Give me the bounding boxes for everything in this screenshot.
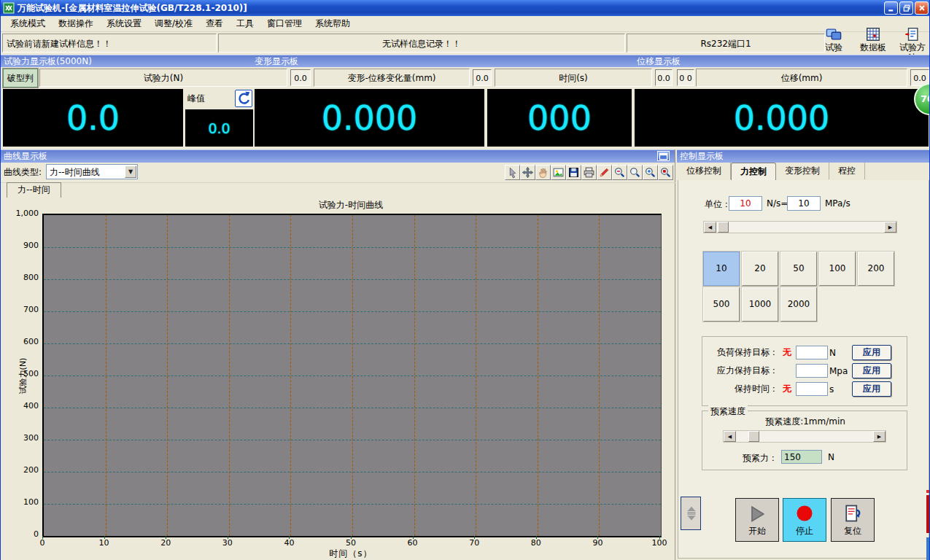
scroll-left-icon[interactable]: ◀ bbox=[724, 431, 736, 442]
zoom-icon[interactable] bbox=[627, 165, 643, 180]
speed-button-2000[interactable]: 2000 bbox=[780, 287, 817, 322]
pointer-icon[interactable] bbox=[505, 165, 520, 180]
hold-flag: 无 bbox=[778, 346, 796, 359]
preload-scrollbar-thumb[interactable] bbox=[748, 431, 759, 442]
edge-widget-red-top bbox=[926, 490, 930, 493]
speed-button-200[interactable]: 200 bbox=[858, 252, 894, 286]
menu-item-2[interactable]: 系统设置 bbox=[100, 16, 148, 31]
rate-mpa-input[interactable] bbox=[787, 196, 821, 211]
speed-button-20[interactable]: 20 bbox=[742, 252, 778, 286]
method-doc-icon bbox=[904, 26, 921, 42]
save-icon[interactable] bbox=[566, 165, 581, 180]
time-extra-value: 0 0 bbox=[677, 69, 694, 86]
pencil-icon[interactable] bbox=[597, 165, 612, 180]
x-axis-title: 时间（s） bbox=[42, 548, 659, 560]
play-button[interactable]: 开始 bbox=[735, 498, 779, 542]
menu-item-6[interactable]: 窗口管理 bbox=[260, 16, 309, 31]
apply-button[interactable]: 应用 bbox=[852, 363, 891, 378]
deform-small-value: 0.0 bbox=[473, 69, 492, 86]
menu-item-4[interactable]: 查看 bbox=[199, 16, 230, 31]
speed-button-50[interactable]: 50 bbox=[780, 252, 817, 286]
speed-button-10[interactable]: 10 bbox=[703, 252, 740, 286]
x-tick-label: 100 bbox=[647, 538, 672, 548]
action-label: 开始 bbox=[736, 525, 778, 537]
tab-力控制[interactable]: 力控制 bbox=[731, 163, 776, 181]
lcd-row: 0.0 峰值 0.0 0.000 000 0.000 bbox=[1, 89, 930, 147]
curve-window-icon[interactable] bbox=[657, 151, 670, 161]
stop-button[interactable]: 停止 bbox=[783, 498, 826, 542]
reset-button[interactable]: 复位 bbox=[831, 498, 875, 542]
menu-item-0[interactable]: 系统模式 bbox=[4, 16, 52, 31]
curve-type-select[interactable]: 力--时间曲线 ▼ bbox=[46, 164, 138, 179]
unit-row: 单位： N/s= MPa/s bbox=[677, 195, 930, 213]
tab-变形控制[interactable]: 变形控制 bbox=[776, 163, 829, 179]
hold-value-input[interactable] bbox=[796, 364, 828, 378]
zoom-out-icon[interactable] bbox=[612, 165, 627, 180]
restore-button[interactable] bbox=[899, 1, 913, 15]
scroll-right-icon[interactable]: ▶ bbox=[884, 222, 896, 233]
chart-title: 试验力-时间曲线 bbox=[42, 199, 659, 211]
edge-widget-blue bbox=[926, 537, 930, 560]
image-icon[interactable] bbox=[551, 165, 566, 180]
close-button[interactable] bbox=[915, 1, 929, 15]
menu-item-5[interactable]: 工具 bbox=[230, 16, 260, 31]
hold-value-input[interactable] bbox=[796, 346, 828, 359]
peak-reset-button[interactable] bbox=[235, 90, 252, 107]
jog-up-down-button[interactable] bbox=[681, 497, 701, 530]
status-message-record: 无试样信息记录！！ bbox=[218, 34, 625, 52]
scroll-left-icon[interactable]: ◀ bbox=[704, 222, 716, 233]
rate-scrollbar-thumb[interactable] bbox=[718, 222, 729, 233]
hold-label: 应力保持目标： bbox=[702, 365, 778, 377]
v-gridline bbox=[229, 215, 230, 536]
x-tick-label: 50 bbox=[338, 538, 363, 548]
zoom-in-icon[interactable] bbox=[643, 165, 658, 180]
peak-lcd: 0.0 bbox=[185, 109, 253, 147]
curve-type-label: 曲线类型: bbox=[4, 166, 42, 179]
break-detect-button[interactable]: 破型判断 bbox=[3, 69, 38, 88]
curve-panel: 曲线显示板 曲线类型: 力--时间曲线 ▼ 力--时间 试验力-时间曲线 试验力… bbox=[1, 149, 675, 560]
chevron-down-icon[interactable]: ▼ bbox=[125, 166, 136, 178]
preload-force-input[interactable] bbox=[781, 450, 822, 464]
v-gridline bbox=[352, 215, 353, 536]
tab-位移控制[interactable]: 位移控制 bbox=[678, 163, 731, 179]
y-tick-label: 400 bbox=[1, 401, 39, 411]
x-tick-label: 90 bbox=[585, 538, 610, 548]
hand-icon[interactable] bbox=[535, 165, 551, 180]
v-gridline bbox=[106, 215, 106, 536]
speed-button-1000[interactable]: 1000 bbox=[742, 287, 778, 322]
minimize-button[interactable] bbox=[884, 1, 898, 15]
y-tick-label: 800 bbox=[1, 273, 39, 282]
v-gridline bbox=[599, 215, 600, 536]
hold-target-group: 负荷保持目标：无N应用应力保持目标：Mpa应用保持时间：无s应用 bbox=[702, 336, 907, 406]
menu-item-3[interactable]: 调整/校准 bbox=[148, 16, 199, 31]
control-panel: 控制显示板 位移控制力控制变形控制程控 单位： N/s= MPa/s ◀ ▶ 1… bbox=[677, 149, 930, 560]
y-tick-label: 100 bbox=[1, 497, 39, 507]
speed-button-500[interactable]: 500 bbox=[703, 287, 740, 322]
tab-程控[interactable]: 程控 bbox=[829, 163, 865, 179]
pan-icon[interactable] bbox=[520, 165, 535, 180]
rate-n-input[interactable] bbox=[729, 196, 762, 211]
menu-item-1[interactable]: 数据操作 bbox=[52, 16, 100, 31]
hold-value-input[interactable] bbox=[796, 382, 828, 396]
unit-suffix-label: MPa/s bbox=[825, 198, 850, 209]
curve-type-value: 力--时间曲线 bbox=[50, 166, 100, 179]
preload-force-label: 预紧力： bbox=[743, 452, 778, 464]
stop-icon bbox=[794, 503, 815, 524]
y-tick-label: 500 bbox=[1, 369, 39, 378]
y-tick-label: 200 bbox=[1, 465, 39, 475]
unit-mid-label: N/s= bbox=[767, 198, 788, 209]
time-small-value: 0.0 bbox=[655, 69, 673, 86]
rate-scrollbar[interactable]: ◀ ▶ bbox=[703, 221, 897, 233]
curve-controls-row: 曲线类型: 力--时间曲线 ▼ bbox=[1, 162, 675, 183]
speed-button-100[interactable]: 100 bbox=[819, 252, 856, 286]
force-label: 试验力(N) bbox=[39, 69, 287, 87]
preload-scrollbar[interactable]: ◀ ▶ bbox=[723, 430, 886, 443]
x-tick-label: 80 bbox=[524, 538, 549, 548]
scroll-right-icon[interactable]: ▶ bbox=[873, 431, 886, 442]
apply-button[interactable]: 应用 bbox=[852, 345, 891, 360]
zoom-reset-icon[interactable] bbox=[658, 165, 673, 180]
print-icon[interactable] bbox=[581, 165, 597, 180]
apply-button[interactable]: 应用 bbox=[852, 381, 891, 397]
menu-item-7[interactable]: 系统帮助 bbox=[309, 16, 357, 31]
peak-section: 峰值 0.0 bbox=[185, 89, 253, 147]
